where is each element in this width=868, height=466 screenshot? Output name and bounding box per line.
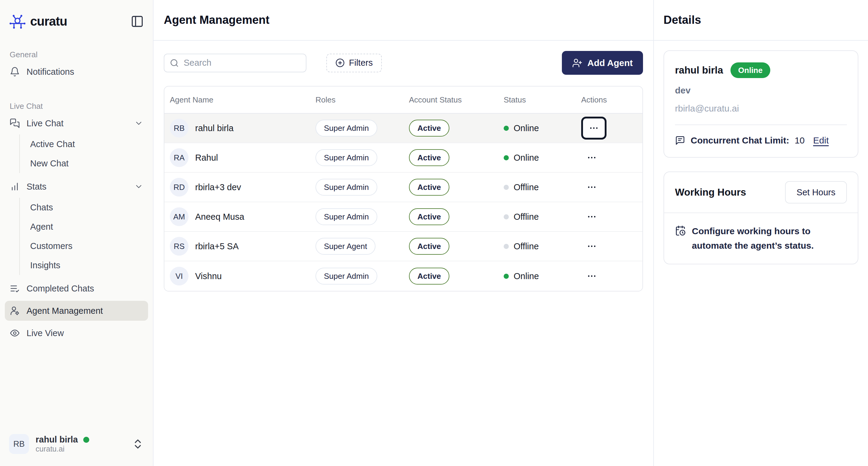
stats-sub-list: Chats Agent Customers Insights [19,198,148,275]
row-actions-button[interactable] [581,237,602,256]
sidebar-item-agent-management[interactable]: Agent Management [5,301,148,321]
sidebar-item-live-chat[interactable]: Live Chat [5,113,148,133]
row-actions-button[interactable] [581,178,602,197]
row-actions-button[interactable] [581,207,602,226]
avatar: RB [170,119,188,137]
sidebar-item-chats[interactable]: Chats [20,198,148,217]
agent-profile-card: rahul birla Online dev rbirla@curatu.ai … [663,51,858,158]
row-actions-button[interactable] [581,148,602,167]
working-hours-title: Working Hours [675,187,746,198]
sidebar-item-insights[interactable]: Insights [20,256,148,275]
chat-bubbles-icon [10,118,20,128]
search-input[interactable] [184,58,300,68]
brand-name: curatu [30,14,67,29]
profile-email: rbirla@curatu.ai [675,103,847,113]
status-dot [504,214,509,220]
avatar: RS [170,237,188,256]
avatar: VI [170,267,188,286]
role-badge: Super Admin [315,208,377,225]
table-row[interactable]: VI Vishnu Super Admin Active Online [164,261,642,291]
table-row[interactable]: RD rbirla+3 dev Super Admin Active Offli… [164,173,642,202]
chat-limit-row: Concurrent Chat Limit: 10 Edit [675,125,847,157]
chevrons-up-down-icon [132,438,144,450]
column-header-account-status: Account Status [409,95,504,105]
logo-row: curatu [5,11,148,31]
profile-name: rahul birla [675,65,723,76]
eye-icon [10,328,20,338]
table-row[interactable]: RA Rahul Super Admin Active Online [164,143,642,173]
working-hours-note-text: Configure working hours to automate the … [692,224,834,253]
account-status-badge: Active [409,120,450,137]
list-check-icon [10,284,20,294]
account-status-badge: Active [409,238,450,255]
chevron-down-icon [134,119,143,128]
main-body: Filters Add Agent Agent Name Roles Accou… [154,41,653,302]
status-dot [504,155,509,160]
sidebar-item-new-chat[interactable]: New Chat [20,154,148,173]
user-menu-button[interactable] [132,438,144,450]
avatar: RB [9,434,29,454]
details-body: rahul birla Online dev rbirla@curatu.ai … [654,41,868,274]
row-actions-button[interactable] [581,267,602,286]
sidebar-item-active-chat[interactable]: Active Chat [20,134,148,154]
role-badge: Super Admin [315,149,377,166]
page-header: Agent Management [154,0,653,41]
status-label: Online [514,123,539,133]
edit-chat-limit-link[interactable]: Edit [813,135,829,145]
ellipsis-icon [587,271,597,281]
bell-icon [10,67,20,77]
sidebar-item-completed-chats[interactable]: Completed Chats [5,278,148,298]
account-status-badge: Active [409,149,450,166]
user-gear-icon [10,306,20,316]
working-hours-card: Working Hours Set Hours Configure workin… [663,171,858,264]
section-label-general: General [5,50,148,59]
column-header-status: Status [504,95,581,105]
table-row[interactable]: RB rahul birla Super Admin Active Online [164,113,642,143]
agent-name: rbirla+5 SA [195,241,239,252]
column-header-actions: Actions [581,95,637,105]
sidebar-item-stats[interactable]: Stats [5,177,148,197]
status-dot [504,244,509,249]
online-badge: Online [731,62,771,78]
panel-left-icon [131,15,144,28]
status-label: Online [514,153,539,163]
column-header-roles: Roles [315,95,409,105]
role-badge: Super Agent [315,238,375,255]
agent-name: Rahul [195,153,218,163]
sidebar-user-card[interactable]: RB rahul birla curatu.ai [5,434,148,454]
sidebar-item-label: Agent Management [27,306,103,316]
filters-label: Filters [349,58,373,68]
table-row[interactable]: RS rbirla+5 SA Super Agent Active Offlin… [164,232,642,261]
agents-table: Agent Name Roles Account Status Status A… [164,86,643,292]
user-plus-icon [572,58,582,68]
column-header-agent-name: Agent Name [170,95,315,105]
account-status-badge: Active [409,179,450,196]
sidebar-item-notifications[interactable]: Notifications [5,62,148,82]
filters-button[interactable]: Filters [326,54,382,72]
chat-limit-value: 10 [795,135,805,145]
row-actions-button[interactable] [581,116,607,139]
table-row[interactable]: AM Aneeq Musa Super Admin Active Offline [164,202,642,232]
add-agent-button[interactable]: Add Agent [562,51,643,75]
online-status-dot [83,437,89,443]
user-org: curatu.ai [36,444,65,453]
sidebar-item-live-view[interactable]: Live View [5,323,148,343]
table-header-row: Agent Name Roles Account Status Status A… [164,87,642,113]
status-label: Online [514,271,539,281]
status-label: Offline [514,182,539,192]
agent-name: Aneeq Musa [195,212,244,222]
role-badge: Super Admin [315,120,377,137]
bar-chart-icon [10,181,20,192]
sidebar-item-customers[interactable]: Customers [20,236,148,256]
details-header: Details [654,0,868,41]
avatar: RA [170,148,188,167]
details-panel: Details rahul birla Online dev rbirla@cu… [653,0,868,466]
sidebar-item-agent[interactable]: Agent [20,217,148,236]
search-box [164,54,306,72]
circle-plus-icon [335,58,345,68]
account-status-badge: Active [409,268,450,285]
sidebar-collapse-button[interactable] [131,15,144,28]
avatar: AM [170,207,188,226]
set-hours-button[interactable]: Set Hours [785,181,847,203]
agent-name: Vishnu [195,271,222,281]
